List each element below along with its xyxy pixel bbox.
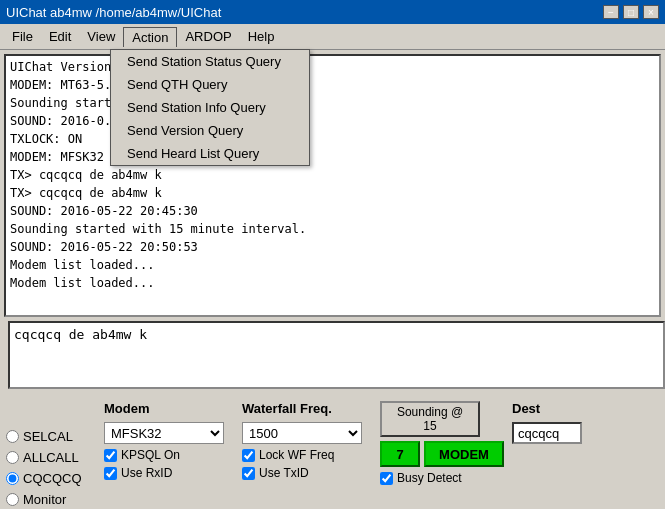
waterfall-label: Waterfall Freq. [242, 401, 372, 416]
bottom-bar: SELCAL ALLCALL CQCQCQ Monitor Timestamps… [0, 397, 665, 509]
log-line-2: Sounding starte... [10, 94, 655, 112]
dest-label: Dest [512, 401, 540, 416]
title-bar: UIChat ab4mw /home/ab4mw/UIChat − □ × [0, 0, 665, 24]
menu-file[interactable]: File [4, 27, 41, 46]
busy-detect-row[interactable]: Busy Detect [380, 471, 462, 485]
txid-label: Use TxID [259, 466, 309, 480]
dropdown-item-2[interactable]: Send Station Info Query [111, 96, 309, 119]
modem-button[interactable]: MODEM [424, 441, 504, 467]
modem-section: Modem MFSK32 MT63-500 PSK31 KPSQL On Use… [104, 401, 234, 480]
kpsql-label: KPSQL On [121, 448, 180, 462]
sounding-button[interactable]: Sounding @ 15 [380, 401, 480, 437]
radio-selcal[interactable]: SELCAL [6, 429, 96, 444]
radio-selcal-input[interactable] [6, 430, 19, 443]
menu-bar: File Edit View Action ARDOP Help Send St… [0, 24, 665, 50]
radio-allcall-input[interactable] [6, 451, 19, 464]
dropdown-item-4[interactable]: Send Heard List Query [111, 142, 309, 165]
title-bar-title: UIChat ab4mw /home/ab4mw/UIChat [6, 5, 221, 20]
menu-edit[interactable]: Edit [41, 27, 79, 46]
message-input[interactable] [8, 321, 665, 389]
lock-wf-checkbox[interactable] [242, 449, 255, 462]
modem-label: Modem [104, 401, 234, 416]
radio-cqcqcq-label: CQCQCQ [23, 471, 82, 486]
dest-input[interactable] [512, 422, 582, 444]
txid-checkbox[interactable] [242, 467, 255, 480]
log-line-12: Modem list loaded... [10, 274, 655, 292]
menu-ardop[interactable]: ARDOP [177, 27, 239, 46]
log-line-0: UIChat Version ... [10, 58, 655, 76]
modem-rxid-row[interactable]: Use RxID [104, 466, 234, 480]
log-line-9: Sounding started with 15 minute interval… [10, 220, 655, 238]
radio-cqcqcq-input[interactable] [6, 472, 19, 485]
action-dropdown: Send Station Status Query Send QTH Query… [110, 49, 310, 166]
dropdown-item-3[interactable]: Send Version Query [111, 119, 309, 142]
dropdown-item-0[interactable]: Send Station Status Query [111, 50, 309, 73]
radio-selcal-label: SELCAL [23, 429, 73, 444]
modem-combo-row: MFSK32 MT63-500 PSK31 [104, 422, 234, 444]
log-line-4: TXLOCK: ON [10, 130, 655, 148]
maximize-button[interactable]: □ [623, 5, 639, 19]
log-line-6: TX> cqcqcq de ab4mw k [10, 166, 655, 184]
btn7-button[interactable]: 7 [380, 441, 420, 467]
rxid-label: Use RxID [121, 466, 172, 480]
radio-monitor[interactable]: Monitor [6, 492, 96, 507]
radio-allcall[interactable]: ALLCALL [6, 450, 96, 465]
log-wrapper: UIChat Version ... MODEM: MT63-5... Soun… [4, 54, 661, 317]
log-line-3: SOUND: 2016-0... [10, 112, 655, 130]
rxid-checkbox[interactable] [104, 467, 117, 480]
lock-wf-row[interactable]: Lock WF Freq [242, 448, 372, 462]
log-line-8: SOUND: 2016-05-22 20:45:30 [10, 202, 655, 220]
radio-col: SELCAL ALLCALL CQCQCQ Monitor Timestamps [6, 401, 96, 509]
radio-allcall-label: ALLCALL [23, 450, 79, 465]
close-button[interactable]: × [643, 5, 659, 19]
lock-wf-label: Lock WF Freq [259, 448, 334, 462]
busy-detect-checkbox[interactable] [380, 472, 393, 485]
title-bar-controls: − □ × [603, 5, 659, 19]
kpsql-checkbox[interactable] [104, 449, 117, 462]
menu-action[interactable]: Action [123, 27, 177, 47]
radio-monitor-label: Monitor [23, 492, 66, 507]
modem-select[interactable]: MFSK32 MT63-500 PSK31 [104, 422, 224, 444]
log-line-1: MODEM: MT63-5... [10, 76, 655, 94]
log-display[interactable]: UIChat Version ... MODEM: MT63-5... Soun… [4, 54, 661, 317]
right-section: Sounding @ 15 7 MODEM Busy Detect Dest [380, 401, 582, 485]
menu-help[interactable]: Help [240, 27, 283, 46]
busy-detect-label: Busy Detect [397, 471, 462, 485]
log-line-5: MODEM: MFSK32 [10, 148, 655, 166]
dropdown-item-1[interactable]: Send QTH Query [111, 73, 309, 96]
log-and-input: UIChat Version ... MODEM: MT63-5... Soun… [0, 50, 665, 397]
waterfall-select[interactable]: 1500 1000 2000 [242, 422, 362, 444]
radio-cqcqcq[interactable]: CQCQCQ [6, 471, 96, 486]
txid-row[interactable]: Use TxID [242, 466, 372, 480]
log-line-7: TX> cqcqcq de ab4mw k [10, 184, 655, 202]
input-wrapper [4, 321, 661, 393]
waterfall-combo-row: 1500 1000 2000 [242, 422, 372, 444]
waterfall-section: Waterfall Freq. 1500 1000 2000 Lock WF F… [242, 401, 372, 480]
log-line-10: SOUND: 2016-05-22 20:50:53 [10, 238, 655, 256]
modem-kpsql-row[interactable]: KPSQL On [104, 448, 234, 462]
radio-monitor-input[interactable] [6, 493, 19, 506]
log-line-11: Modem list loaded... [10, 256, 655, 274]
menu-view[interactable]: View [79, 27, 123, 46]
minimize-button[interactable]: − [603, 5, 619, 19]
app-window: UIChat ab4mw /home/ab4mw/UIChat − □ × Fi… [0, 0, 665, 509]
